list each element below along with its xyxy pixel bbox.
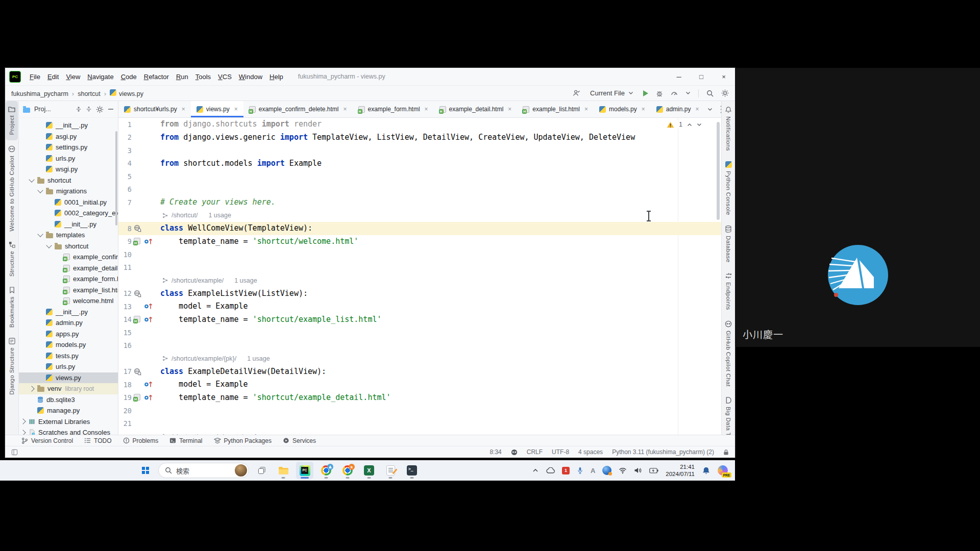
tab-shortcut-urls-py[interactable]: shortcut¥urls.py× (118, 101, 191, 117)
tree-item[interactable]: __init__.py (19, 307, 118, 318)
chevron-collapsed-icon[interactable] (20, 419, 26, 424)
sidebar-item-project[interactable]: Project (6, 101, 18, 140)
tab-example-confirm-delete-html[interactable]: example_confirm_delete.html× (243, 101, 353, 117)
menu-code[interactable]: Code (117, 72, 140, 82)
onedrive-icon[interactable] (546, 467, 555, 473)
debug-button[interactable] (656, 90, 663, 97)
tab-example-detail-html[interactable]: example_detail.html× (434, 101, 518, 117)
caret-position[interactable]: 8:34 (489, 448, 501, 456)
tree-item[interactable]: __init__.py (19, 219, 118, 230)
tree-item[interactable]: External Libraries (19, 416, 118, 428)
sidebar-item-endpoints[interactable]: Endpoints (725, 267, 732, 315)
code-editor[interactable]: 1from django.shortcuts import render2fro… (118, 118, 721, 435)
html-file-icon[interactable] (134, 316, 140, 322)
notifications-bell-icon[interactable] (702, 466, 710, 475)
endpoint-icon[interactable] (134, 290, 141, 297)
battery-icon[interactable] (649, 468, 658, 473)
tab-example-form-html[interactable]: example_form.html× (353, 101, 434, 117)
taskbar-excel-icon[interactable]: X (360, 462, 378, 479)
tree-item[interactable]: shortcut (19, 175, 118, 186)
tree-item[interactable]: venvlibrary root (19, 383, 118, 394)
tool-window-button-todo[interactable]: TODO (84, 437, 111, 444)
close-icon[interactable]: × (425, 106, 428, 113)
tree-item[interactable]: Scratches and Consoles (19, 427, 118, 435)
tree-item[interactable]: urls.py (19, 153, 118, 164)
taskbar-pycharm-icon[interactable] (296, 462, 313, 479)
endpoint-icon[interactable] (134, 224, 141, 232)
sidebar-item-structure[interactable]: Structure (9, 236, 15, 282)
tree-item[interactable]: migrations (19, 186, 118, 197)
usages-hint[interactable]: 1 usage (208, 212, 231, 219)
tree-item[interactable]: welcome.html (19, 295, 118, 307)
tree-item[interactable]: tests.py (19, 350, 118, 362)
close-icon[interactable]: × (508, 106, 511, 113)
usages-hint[interactable]: 1 usage (234, 277, 257, 284)
sidebar-item-notifications[interactable]: Notifications (725, 101, 732, 156)
inspection-widget[interactable]: 1 (665, 120, 704, 129)
sidebar-item-database[interactable]: Database (725, 220, 731, 267)
tree-item[interactable]: manage.py (19, 405, 118, 416)
sidebar-item-bookmarks[interactable]: Bookmarks (9, 282, 15, 333)
sphere-icon[interactable] (602, 466, 611, 475)
ime-icon[interactable]: A (591, 467, 595, 474)
html-file-icon[interactable] (134, 394, 140, 400)
close-icon[interactable]: × (344, 106, 347, 113)
tree-item[interactable]: wsgi.py (19, 164, 118, 175)
sidebar-item-welcome-to-github-copilot[interactable]: Welcome to GitHub Copilot (8, 140, 15, 236)
tree-item[interactable]: settings.py (19, 142, 118, 153)
more-run-options-icon[interactable] (685, 91, 691, 95)
tree-item[interactable]: views.py (19, 372, 118, 384)
minimize-button[interactable]: ─ (668, 68, 690, 85)
close-icon[interactable]: × (584, 106, 588, 113)
taskbar-chrome-icon[interactable] (317, 462, 335, 479)
override-icon[interactable] (144, 316, 153, 323)
run-configuration-select[interactable]: Current File (588, 88, 635, 98)
run-button[interactable] (643, 90, 648, 96)
menu-navigate[interactable]: Navigate (84, 72, 117, 82)
endpoint-inlay[interactable]: /shortcut/example/1 usage (162, 277, 257, 284)
settings-gear-icon[interactable] (721, 89, 729, 97)
menu-run[interactable]: Run (173, 72, 192, 82)
override-icon[interactable] (144, 303, 153, 310)
prev-issue-icon[interactable] (687, 123, 692, 127)
taskbar-explorer-icon[interactable] (275, 462, 292, 479)
close-icon[interactable]: × (695, 106, 699, 113)
endpoint-inlay[interactable]: /shortcut/example/{pk}/1 usage (162, 355, 270, 362)
chevron-down-icon[interactable] (707, 108, 713, 111)
tab-admin-py[interactable]: admin.py× (651, 101, 705, 117)
chevron-collapsed-icon[interactable] (29, 386, 34, 391)
copilot-taskbar-icon[interactable]: PRE (718, 465, 728, 475)
taskbar-terminal-app-icon[interactable]: >_ (403, 462, 421, 479)
copilot-status-icon[interactable] (511, 449, 518, 456)
tab-views-py[interactable]: views.py× (191, 101, 243, 117)
search-highlight-thumbnail[interactable] (235, 464, 247, 477)
taskbar-clock[interactable]: 21:41 2024/07/11 (666, 463, 695, 478)
tool-window-button-python-packages[interactable]: Python Packages (214, 437, 272, 444)
tree-item[interactable]: example_form.html (19, 273, 118, 285)
collapse-all-icon[interactable] (86, 106, 92, 112)
breadcrumb-item[interactable]: views.py (119, 90, 143, 97)
start-button[interactable] (137, 462, 154, 479)
html-file-icon[interactable] (134, 238, 140, 244)
close-icon[interactable]: × (642, 106, 645, 113)
tree-item[interactable]: example_confirm_delete.html (19, 252, 118, 263)
tree-scrollbar[interactable] (115, 131, 117, 226)
tree-item[interactable]: apps.py (19, 329, 118, 340)
panel-settings-gear-icon[interactable] (96, 106, 104, 113)
usages-hint[interactable]: 1 usage (247, 355, 270, 362)
tab-models-py[interactable]: models.py× (594, 101, 651, 117)
menu-file[interactable]: File (26, 72, 44, 82)
volume-icon[interactable] (634, 467, 642, 474)
tree-item[interactable]: __init__.py (19, 120, 118, 131)
alert-badge-icon[interactable]: 1 (562, 467, 570, 474)
line-ending[interactable]: CRLF (527, 448, 543, 456)
override-icon[interactable] (144, 381, 153, 388)
taskbar-task-view-icon[interactable] (253, 462, 271, 479)
next-issue-icon[interactable] (697, 123, 702, 127)
taskbar-notepad-icon[interactable] (382, 462, 399, 479)
tree-item[interactable]: example_list.html (19, 285, 118, 296)
maximize-button[interactable]: □ (690, 68, 713, 85)
lock-icon[interactable] (723, 449, 729, 456)
file-encoding[interactable]: UTF-8 (552, 448, 569, 456)
tree-item[interactable]: templates (19, 230, 118, 241)
